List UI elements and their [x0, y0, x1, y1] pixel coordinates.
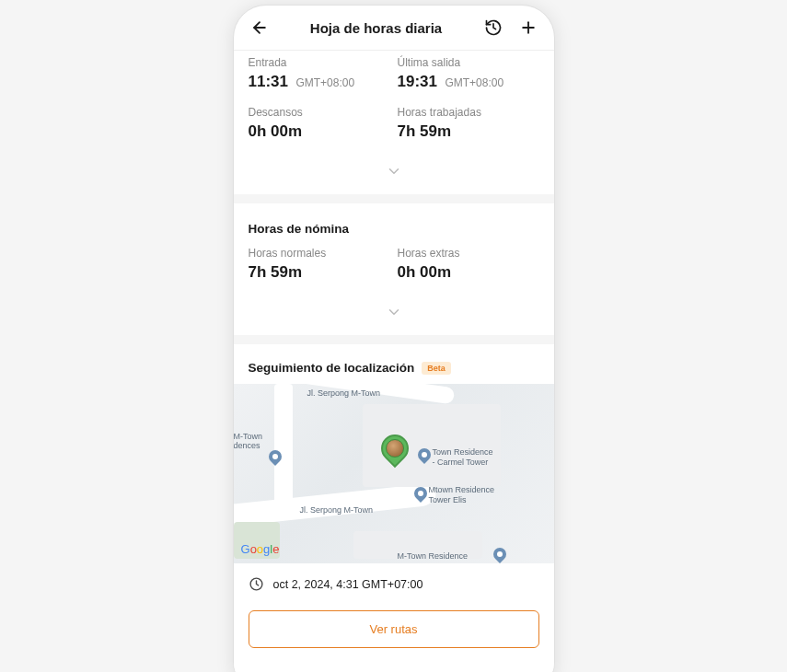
map-poi-label: Tower Elis: [429, 495, 467, 504]
expand-payroll-button[interactable]: [249, 304, 539, 320]
breaks-field: Descansos 0h 00m: [249, 106, 390, 141]
map-poi-label: Mtown Residence: [429, 485, 495, 494]
expand-timesheet-button[interactable]: [249, 163, 539, 180]
google-attribution: Google: [241, 542, 280, 556]
regular-hours-label: Horas normales: [249, 247, 390, 260]
clock-out-label: Última salida: [398, 56, 539, 69]
map-view[interactable]: Jl. Serpong M-Town Jl. Serpong M-Town M-…: [234, 384, 554, 563]
user-avatar: [386, 439, 404, 458]
chevron-down-icon: [386, 163, 402, 180]
worked-value: 7h 59m: [398, 122, 452, 140]
location-timestamp: oct 2, 2024, 4:31 GMT+07:00: [273, 578, 423, 591]
breaks-label: Descansos: [249, 106, 390, 119]
worked-label: Horas trabajadas: [398, 106, 539, 119]
payroll-section-title: Horas de nómina: [249, 209, 539, 236]
location-tracking-section: Seguimiento de localización Beta Jl. Ser…: [234, 344, 554, 663]
beta-badge: Beta: [422, 362, 451, 375]
user-location-pin[interactable]: [381, 434, 409, 469]
back-button[interactable]: [249, 17, 271, 39]
user-pin-icon: [375, 429, 413, 468]
clock-in-tz: GMT+08:00: [295, 76, 354, 89]
extra-hours-field: Horas extras 0h 00m: [398, 247, 539, 282]
app-screen: Hoja de horas diaria Entrada 11:31 GMT+0…: [233, 5, 555, 672]
map-street-label: Jl. Serpong M-Town: [300, 505, 374, 515]
map-poi-label: dences: [234, 441, 260, 450]
history-icon: [484, 18, 503, 37]
worked-hours-field: Horas trabajadas 7h 59m: [398, 106, 539, 141]
regular-hours-value: 7h 59m: [249, 263, 303, 281]
timesheet-summary-section: Entrada 11:31 GMT+08:00 Última salida 19…: [234, 51, 554, 203]
page-title: Hoja de horas diaria: [271, 20, 482, 36]
header-bar: Hoja de horas diaria: [234, 6, 554, 51]
location-timestamp-row: oct 2, 2024, 4:31 GMT+07:00: [234, 563, 554, 605]
map-street-label: Jl. Serpong M-Town: [307, 388, 381, 398]
chevron-down-icon: [386, 304, 402, 320]
location-section-title: Seguimiento de localización: [249, 361, 415, 375]
clock-icon: [249, 576, 264, 592]
extra-hours-value: 0h 00m: [398, 263, 452, 281]
extra-hours-label: Horas extras: [398, 247, 539, 260]
clock-out-value: 19:31: [398, 73, 437, 90]
map-poi-label: - Carmel Tower: [433, 458, 489, 467]
map-poi-label: Town Residence: [433, 447, 493, 457]
add-button[interactable]: [517, 17, 539, 39]
clock-out-field: Última salida 19:31 GMT+08:00: [398, 56, 539, 91]
arrow-left-icon: [250, 18, 269, 37]
view-routes-button[interactable]: Ver rutas: [249, 610, 539, 648]
breaks-value: 0h 00m: [249, 122, 303, 140]
clock-in-value: 11:31: [249, 73, 288, 90]
map-poi-label: M-Town: [234, 432, 263, 441]
regular-hours-field: Horas normales 7h 59m: [249, 247, 390, 282]
clock-in-label: Entrada: [249, 56, 390, 69]
history-button[interactable]: [482, 17, 504, 39]
payroll-hours-section: Horas de nómina Horas normales 7h 59m Ho…: [234, 203, 554, 344]
map-poi-label: M-Town Residence: [398, 551, 469, 561]
plus-icon: [519, 18, 538, 37]
content-area: Entrada 11:31 GMT+08:00 Última salida 19…: [234, 51, 554, 672]
map-road: [274, 384, 293, 504]
clock-out-tz: GMT+08:00: [445, 76, 503, 89]
clock-in-field: Entrada 11:31 GMT+08:00: [249, 56, 390, 91]
